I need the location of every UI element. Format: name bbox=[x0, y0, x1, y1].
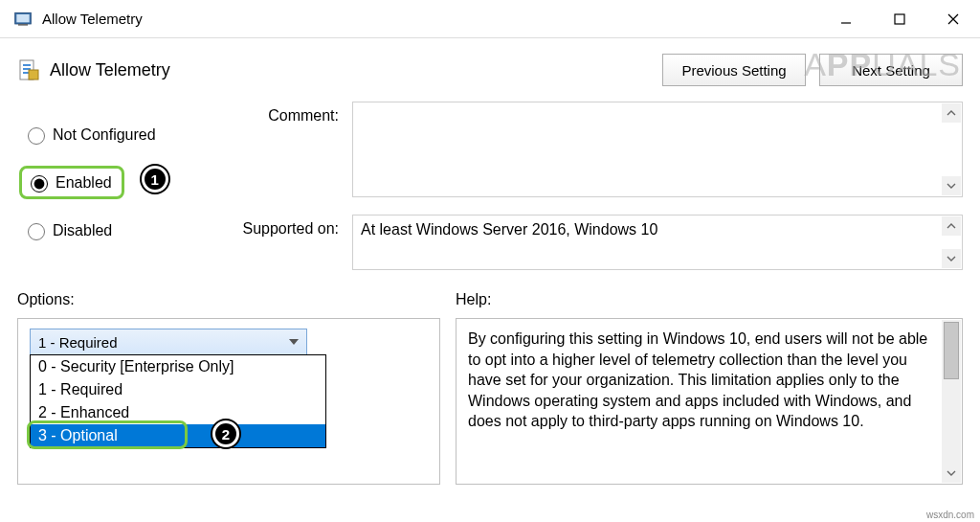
document-icon bbox=[17, 58, 40, 81]
attribution-text: wsxdn.com bbox=[926, 510, 974, 520]
comment-field-wrap bbox=[352, 102, 963, 197]
radio-label: Enabled bbox=[56, 174, 112, 192]
window-title: Allow Telemetry bbox=[42, 11, 143, 27]
dropdown-option-2[interactable]: 2 - Enhanced bbox=[31, 401, 325, 424]
svg-rect-8 bbox=[23, 64, 31, 66]
dropdown-selected[interactable]: 1 - Required bbox=[30, 329, 307, 355]
options-panel: 1 - Required 0 - Security [Enterprise On… bbox=[17, 318, 440, 485]
chevron-down-icon bbox=[289, 339, 299, 345]
help-panel: By configuring this setting in Windows 1… bbox=[456, 318, 963, 485]
scroll-up-icon[interactable] bbox=[942, 216, 961, 236]
page-title: Allow Telemetry bbox=[50, 60, 170, 80]
radio-label: Disabled bbox=[53, 222, 112, 239]
radio-disabled[interactable]: Disabled bbox=[23, 220, 209, 240]
dropdown-list: 0 - Security [Enterprise Only] 1 - Requi… bbox=[30, 354, 326, 448]
close-button[interactable] bbox=[926, 0, 980, 38]
svg-rect-2 bbox=[18, 24, 28, 26]
dropdown-option-1[interactable]: 1 - Required bbox=[31, 378, 325, 401]
comment-label: Comment: bbox=[218, 102, 352, 125]
dropdown-selected-label: 1 - Required bbox=[38, 334, 118, 351]
supported-on-field-wrap: At least Windows Server 2016, Windows 10 bbox=[352, 215, 963, 270]
maximize-button[interactable] bbox=[873, 0, 926, 38]
svg-rect-11 bbox=[29, 70, 38, 79]
titlebar: Allow Telemetry bbox=[0, 0, 980, 38]
supported-on-label: Supported on: bbox=[218, 215, 352, 238]
scroll-down-icon[interactable] bbox=[942, 176, 961, 195]
help-text: By configuring this setting in Windows 1… bbox=[468, 329, 950, 432]
telemetry-level-dropdown[interactable]: 1 - Required 0 - Security [Enterprise On… bbox=[30, 329, 307, 355]
help-scrollbar[interactable] bbox=[942, 320, 961, 483]
next-setting-button[interactable]: Next Setting bbox=[819, 54, 963, 86]
scroll-up-icon[interactable] bbox=[942, 103, 961, 123]
minimize-button[interactable] bbox=[819, 0, 873, 38]
scrollbar-thumb[interactable] bbox=[944, 322, 959, 379]
callout-badge-1: 1 bbox=[142, 166, 168, 193]
svg-rect-4 bbox=[895, 14, 904, 24]
policy-icon bbox=[13, 10, 33, 29]
header-row: Allow Telemetry Previous Setting Next Se… bbox=[0, 38, 980, 92]
scroll-down-icon[interactable] bbox=[942, 249, 961, 268]
radio-enabled[interactable]: Enabled bbox=[19, 166, 124, 199]
radio-label: Not Configured bbox=[53, 126, 156, 144]
comment-field[interactable] bbox=[353, 102, 941, 185]
callout-badge-2: 2 bbox=[212, 420, 239, 447]
help-label: Help: bbox=[456, 291, 491, 308]
state-radio-group: Not Configured Enabled 1 Disabled bbox=[17, 102, 209, 261]
svg-rect-1 bbox=[16, 14, 29, 22]
scroll-down-icon[interactable] bbox=[942, 464, 961, 483]
dropdown-option-3[interactable]: 3 - Optional bbox=[31, 424, 325, 447]
options-label: Options: bbox=[17, 291, 456, 308]
radio-not-configured[interactable]: Not Configured bbox=[23, 125, 209, 145]
supported-on-field: At least Windows Server 2016, Windows 10 bbox=[353, 216, 941, 258]
dropdown-option-0[interactable]: 0 - Security [Enterprise Only] bbox=[31, 355, 325, 378]
previous-setting-button[interactable]: Previous Setting bbox=[662, 54, 806, 86]
